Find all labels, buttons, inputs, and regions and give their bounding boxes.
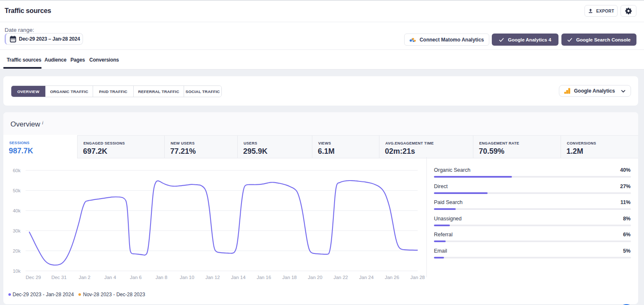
svg-text:Jan 22: Jan 22 [333,275,348,280]
svg-text:20k: 20k [13,248,21,253]
svg-text:Jan 12: Jan 12 [205,275,220,280]
svg-text:Dec 29: Dec 29 [26,275,41,280]
svg-text:60k: 60k [13,168,21,173]
svg-text:Jan 10: Jan 10 [180,275,195,280]
svg-text:Jan 16: Jan 16 [257,275,271,280]
svg-text:30k: 30k [13,228,21,233]
svg-text:Jan 24: Jan 24 [359,275,374,280]
svg-text:Dec 31: Dec 31 [51,275,66,280]
svg-text:Jan 20: Jan 20 [308,275,322,280]
svg-text:Jan 28: Jan 28 [410,275,425,280]
svg-text:40k: 40k [13,208,21,213]
svg-text:Jan 18: Jan 18 [282,275,297,280]
svg-text:Jan 14: Jan 14 [231,275,246,280]
svg-text:Jan 26: Jan 26 [385,275,400,280]
svg-text:10k: 10k [13,269,21,274]
svg-text:Jan 4: Jan 4 [104,275,117,280]
svg-text:50k: 50k [13,188,21,193]
svg-text:Jan 6: Jan 6 [130,275,142,280]
svg-text:Jan 2: Jan 2 [79,275,91,280]
svg-text:Jan 8: Jan 8 [156,275,167,280]
